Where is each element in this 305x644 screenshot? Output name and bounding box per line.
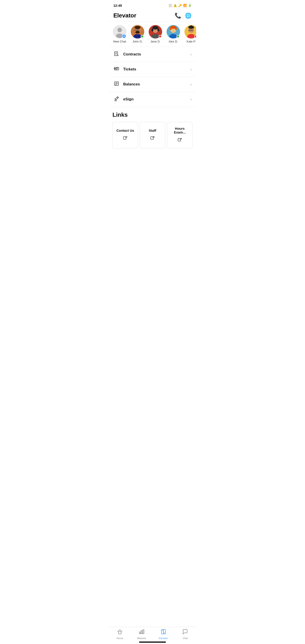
status-bar: 12:45 📋 ⚠️ 🔑 📶 🔋 [109, 0, 196, 10]
contact-kate-p[interactable]: Kate P. [183, 25, 196, 43]
contact-name-alex: Alex D. [168, 40, 178, 43]
contact-jane-d[interactable]: Jane D. [147, 25, 164, 43]
link-card-contact-us[interactable]: Contact Us [112, 122, 138, 148]
contact-alex-d[interactable]: Alex D. [165, 25, 181, 43]
battery-icon: 🔋 [188, 4, 192, 7]
svg-point-37 [115, 68, 116, 69]
svg-rect-49 [151, 137, 154, 139]
svg-rect-48 [124, 137, 126, 139]
links-title: Links [112, 111, 192, 118]
links-section: Links Contact Us Staff Hours Exam... [109, 107, 196, 152]
sim-icon: 📋 [168, 4, 172, 7]
menu-list: Contracts › Tickets › Balances › [109, 47, 196, 107]
contracts-icon [113, 51, 120, 58]
contact-john-d[interactable]: John D. [130, 25, 146, 43]
status-dot-green-alex [176, 35, 180, 38]
alert-icon: ⚠️ [173, 4, 177, 7]
link-contact-us-label: Contact Us [116, 128, 134, 132]
esign-label: eSign [123, 97, 190, 102]
svg-point-17 [158, 28, 159, 32]
link-staff-label: Staff [149, 128, 156, 132]
balances-label: Balances [123, 82, 190, 86]
status-dot-green [141, 35, 144, 38]
svg-point-16 [152, 28, 154, 32]
svg-point-6 [134, 26, 140, 29]
balances-chevron: › [190, 82, 192, 87]
svg-point-28 [190, 25, 192, 28]
contact-new-chat[interactable]: + New Chat [112, 25, 128, 43]
svg-text:×: × [114, 98, 116, 100]
external-link-icon-staff [150, 136, 155, 142]
status-dot-red-kate [194, 35, 196, 38]
menu-item-tickets[interactable]: Tickets › [109, 62, 196, 77]
contact-name-new-chat: New Chat [113, 40, 126, 43]
menu-item-contracts[interactable]: Contracts › [109, 47, 196, 62]
svg-point-23 [175, 27, 177, 30]
contact-name-john: John D. [132, 40, 143, 43]
contracts-label: Contracts [123, 52, 190, 56]
link-card-hours-exam[interactable]: Hours Exam... [167, 122, 192, 148]
external-link-icon-hours [177, 138, 182, 144]
contacts-row: + New Chat [109, 22, 196, 47]
svg-point-1 [118, 28, 122, 32]
svg-point-15 [152, 26, 158, 30]
link-hours-exam-label: Hours Exam... [170, 126, 190, 134]
external-link-icon-contact [123, 136, 128, 142]
header-actions: 📞 🌐 [175, 12, 192, 19]
svg-rect-50 [178, 138, 181, 141]
wifi-icon: 📶 [183, 4, 187, 7]
phone-icon[interactable]: 📞 [175, 12, 181, 19]
menu-item-balances[interactable]: Balances › [109, 77, 196, 92]
contact-name-kate: Kate P. [187, 40, 196, 43]
lock-icon: 🔑 [178, 4, 182, 7]
contact-name-jane: Jane D. [150, 40, 160, 43]
status-dot-red [158, 35, 162, 38]
links-grid: Contact Us Staff Hours Exam... [112, 122, 192, 148]
tickets-icon [113, 66, 120, 73]
esign-chevron: › [190, 97, 192, 102]
link-card-staff[interactable]: Staff [140, 122, 165, 148]
globe-icon[interactable]: 🌐 [185, 12, 192, 19]
tickets-chevron: › [190, 67, 192, 72]
tickets-label: Tickets [123, 67, 190, 72]
status-time: 12:45 [113, 4, 122, 8]
svg-point-22 [170, 27, 172, 30]
esign-icon: × [113, 96, 120, 103]
balances-icon [113, 81, 120, 88]
menu-item-esign[interactable]: × eSign › [109, 92, 196, 107]
page-title: Elevator [113, 12, 136, 19]
contracts-chevron: › [190, 52, 192, 57]
new-chat-plus-icon: + [122, 34, 126, 38]
header: Elevator 📞 🌐 [109, 10, 196, 22]
status-icons: 📋 ⚠️ 🔑 📶 🔋 [168, 4, 192, 7]
